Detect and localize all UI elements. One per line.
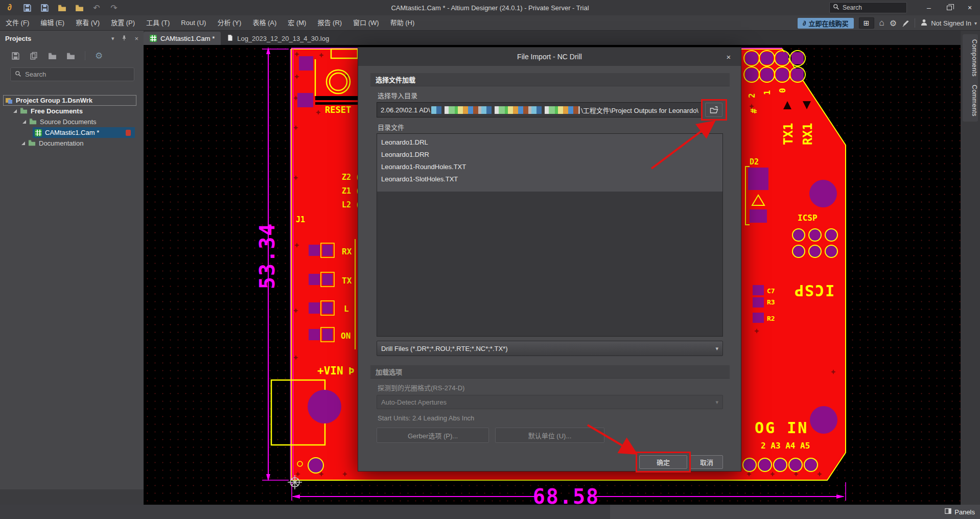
file-row[interactable]: Leonardo1-SlotHoles.TXT	[377, 173, 722, 185]
svg-text:OG IN: OG IN	[755, 419, 808, 437]
tree-item-documentation[interactable]: Documentation	[0, 138, 144, 149]
person-icon	[920, 18, 928, 28]
svg-text:RX: RX	[342, 247, 352, 256]
status-bar-right-segment	[610, 505, 980, 519]
aperture-dropdown: Auto-Detect Apertures ▾	[377, 395, 723, 409]
gerber-options-button[interactable]: Gerber选项 (P)...	[377, 428, 489, 443]
path-suffix: \工程文件\Project Outputs for Leonardo\	[581, 105, 698, 115]
file-row[interactable]: Leonardo1-RoundHoles.TXT	[377, 161, 722, 173]
settings-gear-icon[interactable]: ⚙	[890, 18, 897, 28]
open-document-icon[interactable]	[75, 3, 84, 12]
undo-icon[interactable]: ↶	[92, 3, 101, 12]
aperture-format-label: 探测到的光圈格式(RS-274-D)	[378, 383, 464, 392]
svg-text:2: 2	[747, 93, 757, 98]
explore-folder-icon[interactable]	[48, 52, 57, 60]
default-units-button[interactable]: 默认单位 (U)...	[495, 428, 604, 443]
svg-text:R3: R3	[767, 298, 775, 306]
close-button[interactable]: ×	[960, 0, 980, 15]
menu-tools[interactable]: 工具 (T)	[141, 15, 175, 30]
global-search-box[interactable]: Search	[829, 2, 907, 13]
log-file-icon	[227, 34, 234, 43]
menu-reports[interactable]: 报告 (R)	[312, 15, 347, 30]
save-icon[interactable]	[22, 3, 32, 12]
projects-search-box[interactable]: Search	[10, 67, 134, 81]
doc-tab-log[interactable]: Log_2023_12_20_13_4_30.log	[221, 32, 335, 45]
projects-search-placeholder: Search	[25, 70, 46, 78]
menu-file[interactable]: 文件 (F)	[0, 15, 35, 30]
menu-rout[interactable]: Rout (U)	[175, 15, 212, 30]
panels-button[interactable]: Panels	[945, 505, 975, 519]
altium-designer-window: ∂ ↶ ↷ CAMtastic1.Cam * - Altium Designer…	[0, 0, 980, 519]
tree-item-free-documents[interactable]: Free Documents	[0, 106, 144, 116]
open-folder-icon[interactable]	[57, 3, 66, 12]
menu-window[interactable]: 窗口 (W)	[347, 15, 385, 30]
save-project-icon[interactable]	[11, 52, 20, 60]
expander-icon[interactable]	[13, 109, 17, 113]
svg-text:2 A3 A4 A5: 2 A3 A4 A5	[761, 441, 810, 451]
file-row[interactable]: Leonardo1.DRL	[377, 136, 722, 149]
minimize-button[interactable]: –	[919, 0, 939, 15]
start-units-text: Start Units: 2.4 Leading Abs Inch	[378, 414, 474, 422]
tree-item-project-group[interactable]: Project Group 1.DsnWrk	[3, 95, 136, 106]
menu-place[interactable]: 放置 (P)	[105, 15, 141, 30]
panel-menu-caret-icon[interactable]: ▾	[111, 35, 114, 42]
title-bar: ∂ ↶ ↷ CAMtastic1.Cam * - Altium Designer…	[0, 0, 980, 15]
altium-logo-icon: ∂	[803, 19, 806, 27]
tree-item-source-documents[interactable]: Source Documents	[0, 116, 144, 127]
menu-analysis[interactable]: 分析 (Y)	[212, 15, 247, 30]
restore-button[interactable]	[939, 0, 960, 15]
section-load-options: 加载选项	[370, 365, 730, 379]
svg-text:D2: D2	[750, 157, 759, 167]
expander-icon[interactable]	[21, 141, 25, 145]
divider	[85, 51, 85, 60]
altium-logo-icon: ∂	[5, 3, 14, 12]
svg-text:1: 1	[762, 90, 772, 95]
import-path-input[interactable]: 2.06.20\02.1 AD\\工程文件\Project Outputs fo…	[377, 102, 703, 117]
chevron-down-icon: ▾	[974, 20, 977, 26]
tab-comments[interactable]: Comments	[963, 80, 978, 122]
camtastic-doc-icon	[35, 129, 42, 136]
dialog-close-icon[interactable]: ×	[724, 52, 734, 62]
panel-pin-icon[interactable]	[121, 35, 127, 42]
status-bar: Panels	[0, 505, 980, 519]
expander-icon[interactable]	[22, 120, 26, 124]
menu-edit[interactable]: 编辑 (E)	[35, 15, 70, 30]
dialog-title-bar[interactable]: File Import - NC Drill ×	[358, 48, 741, 66]
panel-gear-icon[interactable]: ⚙	[95, 51, 103, 61]
import-dir-label: 选择导入目录	[378, 90, 417, 100]
home-icon[interactable]: ⌂	[879, 18, 884, 28]
sign-in-menu[interactable]: Not Signed In ▾	[920, 18, 977, 28]
file-row[interactable]: Leonardo1.DRR	[377, 149, 722, 161]
redo-icon[interactable]: ↷	[109, 3, 119, 12]
panel-close-icon[interactable]: ×	[134, 35, 138, 42]
projects-panel-title: Projects	[5, 35, 104, 42]
section-select-files: 选择文件加载	[370, 73, 730, 86]
menu-view[interactable]: 察看 (V)	[70, 15, 105, 30]
folder-icon	[28, 139, 36, 148]
path-prefix: 2.06.20\02.1 AD\	[381, 106, 430, 114]
folder-settings-icon[interactable]	[66, 52, 75, 60]
menu-help[interactable]: 帮助 (H)	[385, 15, 421, 30]
menu-tables[interactable]: 表格 (A)	[247, 15, 282, 30]
divider	[915, 18, 915, 28]
save-all-icon[interactable]	[40, 3, 49, 12]
file-list[interactable]: Leonardo1.DRL Leonardo1.DRR Leonardo1-Ro…	[377, 133, 723, 337]
comment-button[interactable]: ⊞	[859, 17, 874, 29]
cancel-button[interactable]: 取消	[690, 455, 723, 469]
tree-item-camtastic-document[interactable]: CAMtastic1.Cam *	[33, 127, 135, 138]
doc-tab-camtastic[interactable]: CAMtastic1.Cam *	[144, 32, 221, 45]
folder-icon	[20, 107, 28, 116]
file-type-filter-dropdown[interactable]: Drill Files (*.DR*;*.ROU;*.RTE;*.NC*;*.T…	[377, 341, 723, 356]
annotations-pencil-icon[interactable]	[902, 19, 909, 27]
svg-text:ON: ON	[341, 331, 351, 341]
document-tab-bar: CAMtastic1.Cam * Log_2023_12_20_13_4_30.…	[144, 31, 961, 45]
svg-text:C7: C7	[767, 287, 775, 295]
copy-documents-icon[interactable]	[30, 52, 38, 60]
projects-panel: Projects ▾ × ⚙ Search Project Group 1.Ds…	[0, 31, 144, 489]
buy-online-button[interactable]: ∂ 立即在线购买	[798, 18, 853, 29]
menu-macro[interactable]: 宏 (M)	[282, 15, 312, 30]
restore-icon	[947, 6, 952, 10]
tab-components[interactable]: Components	[963, 34, 978, 82]
projects-tree: Project Group 1.DsnWrk Free Documents So…	[0, 95, 144, 149]
svg-text:J1: J1	[296, 215, 305, 224]
